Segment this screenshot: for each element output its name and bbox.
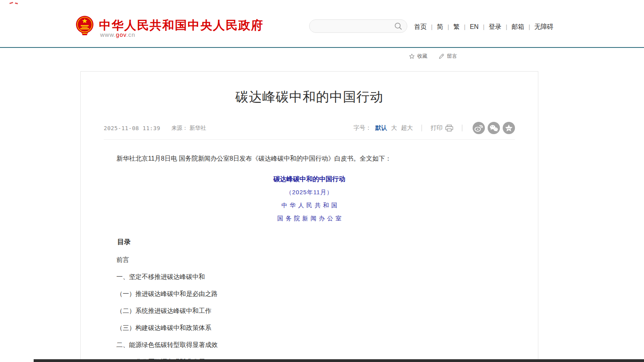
site-url-prefix: www. — [100, 31, 116, 38]
font-size-large-button[interactable]: 大 — [391, 124, 397, 132]
toc-item: 一、坚定不移推进碳达峰碳中和 — [104, 273, 515, 281]
site-header: 中华人民共和国中央人民政府 www.gov.cn 首页 | 简 | 繁 | EN… — [0, 0, 644, 47]
nav-english[interactable]: EN — [470, 23, 479, 30]
intro-paragraph: 新华社北京11月8日电 国务院新闻办公室8日发布《碳达峰碳中和的中国行动》白皮书… — [104, 154, 515, 163]
article-meta-left: 2025-11-08 11:39 来源： 新华社 — [104, 125, 206, 132]
nav-traditional-chinese[interactable]: 繁 — [453, 23, 460, 31]
site-url: www.gov.cn — [100, 31, 135, 38]
nav-accessibility[interactable]: 无障碍 — [534, 23, 553, 31]
toc-item: 二、能源绿色低碳转型取得显著成效 — [104, 341, 515, 349]
table-of-contents: 前言 一、坚定不移推进碳达峰碳中和 （一）推进碳达峰碳中和是必由之路 （二）系统… — [104, 256, 515, 362]
nav-separator: | — [448, 24, 449, 30]
publish-date: 2025-11-08 11:39 — [104, 125, 160, 131]
article-card: 碳达峰碳中和的中国行动 2025-11-08 11:39 来源： 新华社 字号：… — [80, 71, 538, 362]
article-body: 新华社北京11月8日电 国务院新闻办公室8日发布《碳达峰碳中和的中国行动》白皮书… — [104, 154, 515, 362]
nav-separator: | — [483, 24, 484, 30]
message-label: 留言 — [447, 53, 457, 60]
white-paper-date: （2025年11月） — [104, 189, 515, 196]
bottom-footer-edge — [34, 359, 644, 362]
gov-cn-article-page: 中华人民共和国中央人民政府 www.gov.cn 首页 | 简 | 繁 | EN… — [0, 0, 644, 362]
quick-actions: 收藏 留言 — [409, 53, 457, 60]
header-divider-line — [0, 47, 644, 48]
favorite-button[interactable]: 收藏 — [409, 53, 427, 60]
national-emblem-logo[interactable] — [76, 15, 94, 36]
search-box[interactable] — [309, 19, 407, 33]
favorite-label: 收藏 — [417, 53, 427, 60]
wechat-icon[interactable] — [488, 122, 500, 134]
nav-mail[interactable]: 邮箱 — [511, 23, 524, 31]
message-button[interactable]: 留言 — [439, 53, 457, 60]
star-outline-icon — [409, 53, 415, 59]
font-size-xlarge-button[interactable]: 超大 — [401, 124, 413, 132]
white-paper-title: 碳达峰碳中和的中国行动 — [104, 175, 515, 184]
toc-item: （二）系统推进碳达峰碳中和工作 — [104, 307, 515, 315]
nav-home[interactable]: 首页 — [414, 23, 427, 31]
nav-separator: | — [464, 24, 465, 30]
printer-icon — [445, 125, 453, 132]
article-title: 碳达峰碳中和的中国行动 — [104, 88, 515, 106]
site-url-suffix: .cn — [126, 31, 135, 38]
font-size-label: 字号： — [353, 124, 371, 132]
source-name: 新华社 — [190, 125, 206, 131]
corner-red-mark — [9, 2, 13, 4]
toc-item: （一）推进碳达峰碳中和是必由之路 — [104, 290, 515, 298]
print-label: 打印 — [431, 124, 443, 132]
toc-heading: 目录 — [104, 237, 515, 246]
star-share-icon[interactable] — [503, 122, 515, 134]
source: 来源： 新华社 — [171, 125, 206, 132]
article-meta-row: 2025-11-08 11:39 来源： 新华社 字号： 默认 大 超大 打印 — [104, 122, 515, 134]
meta-divider-line — [104, 139, 515, 140]
white-paper-org-line1: 中华人民共和国 — [104, 202, 515, 209]
source-label: 来源： — [171, 125, 188, 131]
white-paper-org-line2: 国务院新闻办公室 — [104, 215, 515, 222]
top-nav: 首页 | 简 | 繁 | EN | 登录 | 邮箱 | 无障碍 — [414, 22, 553, 32]
nav-separator: | — [528, 24, 530, 30]
font-size-default-button[interactable]: 默认 — [375, 124, 387, 132]
nav-separator: | — [431, 24, 433, 30]
pencil-icon — [439, 53, 445, 59]
search-input[interactable] — [317, 23, 394, 29]
nav-separator: | — [506, 24, 507, 30]
toc-item: 前言 — [104, 256, 515, 263]
toc-item: （三）构建碳达峰碳中和政策体系 — [104, 324, 515, 332]
nav-login[interactable]: 登录 — [489, 23, 502, 31]
article-meta-right: 字号： 默认 大 超大 打印 — [353, 122, 515, 134]
weibo-icon[interactable] — [473, 122, 485, 134]
meta-vertical-divider — [422, 125, 422, 131]
nav-simplified-chinese[interactable]: 简 — [437, 23, 443, 31]
share-icons — [473, 122, 515, 134]
corner-red-mark — [15, 2, 18, 4]
print-button[interactable]: 打印 — [431, 124, 453, 132]
site-url-brand: gov — [116, 31, 126, 38]
search-icon[interactable] — [394, 22, 402, 30]
meta-vertical-divider — [462, 125, 462, 131]
